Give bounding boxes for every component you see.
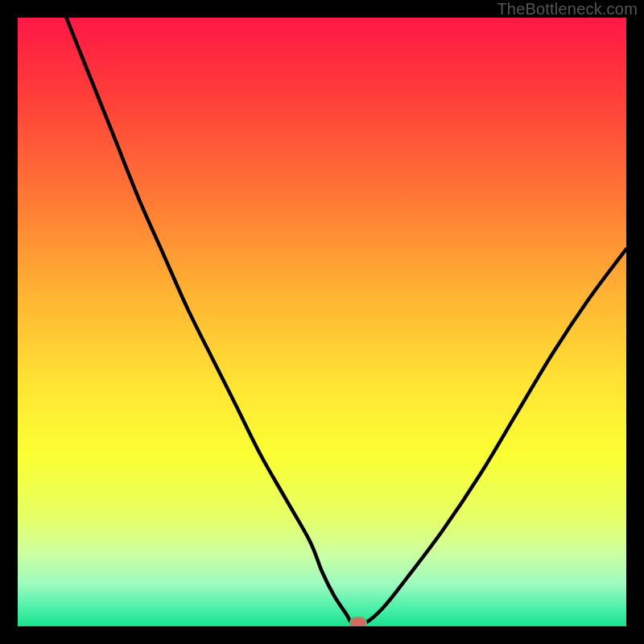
minimum-marker	[349, 617, 367, 626]
chart-frame: TheBottleneck.com	[0, 0, 644, 644]
plot-area	[18, 18, 626, 626]
svg-rect-1	[350, 617, 366, 626]
watermark-text: TheBottleneck.com	[497, 0, 638, 19]
bottleneck-curve	[18, 18, 626, 626]
